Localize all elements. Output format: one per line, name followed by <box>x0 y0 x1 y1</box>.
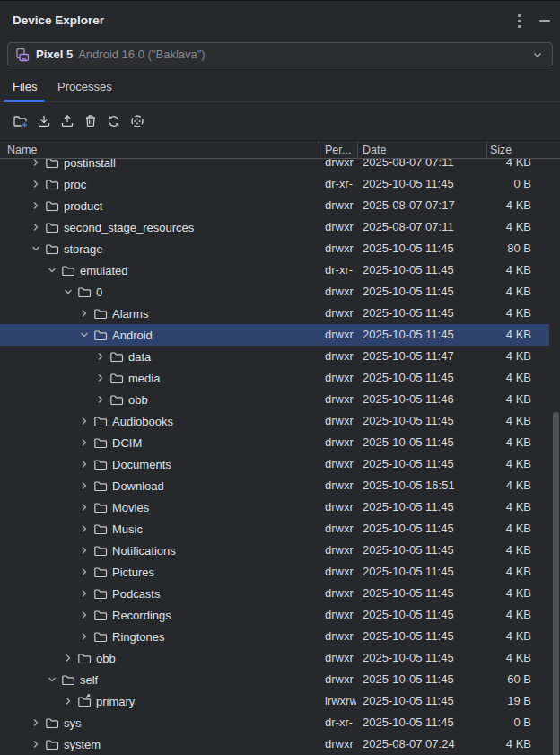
tree-row[interactable]: obbdrwxr2025-10-05 11:454 KB <box>0 647 560 669</box>
row-permissions: drwxr <box>325 583 356 604</box>
tab-processes[interactable]: Processes <box>57 80 112 93</box>
tree-row[interactable]: Documentsdrwxr2025-10-05 11:454 KB <box>0 453 560 475</box>
chevron-right-icon[interactable] <box>77 414 92 428</box>
tree-row[interactable]: primarylrwxrw2025-10-05 11:4519 B <box>0 690 560 712</box>
row-date: 2025-10-05 11:45 <box>363 281 454 303</box>
tree-row[interactable]: mediadrwxr2025-10-05 11:454 KB <box>0 367 560 389</box>
synchronize-icon[interactable] <box>102 110 126 133</box>
chevron-right-icon[interactable] <box>93 392 108 407</box>
chevron-right-icon[interactable] <box>77 586 92 601</box>
tree-row[interactable]: Alarmsdrwxr2025-10-05 11:454 KB <box>0 303 560 324</box>
tree-row[interactable]: Androiddrwxr2025-10-05 11:454 KB <box>0 324 560 346</box>
chevron-right-icon[interactable] <box>77 478 92 493</box>
chevron-right-icon[interactable] <box>77 629 92 644</box>
tree-row[interactable]: Podcastsdrwxr2025-10-05 11:454 KB <box>0 583 560 604</box>
tree-row[interactable]: second_stage_resourcesdrwxr2025-08-07 07… <box>0 216 560 238</box>
tree-row[interactable]: Downloaddrwxr2025-10-05 16:514 KB <box>0 475 560 496</box>
tree-row[interactable]: postinstalldrwxr2025-08-07 07:114 KB <box>0 159 560 173</box>
chevron-right-icon[interactable] <box>77 608 92 622</box>
tab-files[interactable]: Files <box>13 80 37 93</box>
minimize-icon[interactable] <box>537 13 553 28</box>
tree-row[interactable]: procdr-xr-2025-10-05 11:450 B <box>0 173 560 195</box>
chevron-right-icon[interactable] <box>77 306 92 320</box>
tree-row[interactable]: 0drwxr2025-10-05 11:454 KB <box>0 281 560 303</box>
tree-row[interactable]: emulateddr-xr-2025-10-05 11:454 KB <box>0 259 560 281</box>
device-selector[interactable]: Pixel 5 Android 16.0 ("Baklava") <box>7 42 553 66</box>
new-folder-icon[interactable] <box>9 110 32 133</box>
row-name-cell: emulated <box>45 259 127 281</box>
tree-row[interactable]: Audiobooksdrwxr2025-10-05 11:454 KB <box>0 410 560 432</box>
row-label: second_stage_resources <box>64 221 194 234</box>
chevron-right-icon[interactable] <box>93 371 108 385</box>
delete-icon[interactable] <box>79 110 102 133</box>
chevron-down-icon[interactable] <box>45 263 59 277</box>
row-label: Ringtones <box>112 630 165 644</box>
chevron-down-icon[interactable] <box>77 328 92 342</box>
tree-row[interactable]: Notificationsdrwxr2025-10-05 11:454 KB <box>0 540 560 561</box>
tree-row[interactable]: obbdrwxr2025-10-05 11:464 KB <box>0 389 560 410</box>
more-options-icon[interactable] <box>512 13 526 29</box>
folder-icon <box>45 220 59 234</box>
tree-row[interactable]: sysdr-xr-2025-10-05 11:450 B <box>0 712 560 733</box>
chevron-right-icon[interactable] <box>77 565 92 579</box>
tree-row[interactable]: Recordingsdrwxr2025-10-05 11:454 KB <box>0 604 560 626</box>
folder-icon <box>45 241 59 256</box>
chevron-right-icon[interactable] <box>29 220 43 234</box>
row-label: Music <box>112 522 143 536</box>
row-label: product <box>64 199 102 213</box>
tree-row[interactable]: datadrwxr2025-10-05 11:474 KB <box>0 346 560 367</box>
chevron-right-icon[interactable] <box>77 500 92 514</box>
column-size[interactable]: Size <box>490 144 512 156</box>
chevron-right-icon[interactable] <box>77 435 92 450</box>
tree-row[interactable]: selfdrwxr2025-10-05 11:4560 B <box>0 669 560 690</box>
tree-row[interactable]: DCIMdrwxr2025-10-05 11:454 KB <box>0 432 560 453</box>
chevron-right-icon[interactable] <box>61 651 75 665</box>
vertical-scrollbar[interactable] <box>553 412 559 755</box>
target-icon[interactable] <box>126 110 149 133</box>
tree-row[interactable]: Picturesdrwxr2025-10-05 11:454 KB <box>0 561 560 583</box>
tree-row[interactable]: Ringtonesdrwxr2025-10-05 11:454 KB <box>0 626 560 647</box>
row-label: Alarms <box>112 307 148 320</box>
chevron-right-icon[interactable] <box>29 737 43 751</box>
row-date: 2025-08-07 07:11 <box>363 216 454 238</box>
column-divider[interactable] <box>486 141 487 158</box>
tree-row[interactable]: systemdrwxr2025-08-07 07:244 KB <box>0 733 560 755</box>
tree-row[interactable]: Moviesdrwxr2025-10-05 11:454 KB <box>0 496 560 518</box>
row-size: 4 KB <box>467 216 531 238</box>
column-name[interactable]: Name <box>7 144 37 156</box>
column-divider[interactable] <box>319 141 319 158</box>
chevron-right-icon[interactable] <box>77 543 92 557</box>
upload-icon[interactable] <box>56 110 79 133</box>
chevron-right-icon[interactable] <box>77 457 92 471</box>
chevron-down-icon[interactable] <box>29 241 43 256</box>
chevron-down-icon[interactable] <box>61 285 75 299</box>
row-size: 0 B <box>467 712 531 733</box>
column-divider[interactable] <box>357 141 358 158</box>
tree-row[interactable]: storagedrwxr2025-10-05 11:4580 B <box>0 238 560 259</box>
column-date[interactable]: Date <box>363 144 386 156</box>
row-size: 4 KB <box>467 733 531 755</box>
tree-row[interactable]: productdrwxr2025-08-07 07:174 KB <box>0 195 560 216</box>
row-name-cell: product <box>29 195 102 216</box>
chevron-right-icon[interactable] <box>77 522 92 536</box>
row-label: Documents <box>112 458 171 471</box>
download-icon[interactable] <box>32 110 56 133</box>
row-name-cell: Podcasts <box>77 583 160 604</box>
chevron-down-icon[interactable] <box>45 672 59 687</box>
folder-icon <box>93 522 108 536</box>
chevron-right-icon[interactable] <box>29 198 43 213</box>
row-date: 2025-08-07 07:24 <box>363 733 455 755</box>
chevron-right-icon[interactable] <box>29 177 43 191</box>
tree-row[interactable]: Musicdrwxr2025-10-05 11:454 KB <box>0 518 560 540</box>
row-label: postinstall <box>64 159 116 170</box>
row-permissions: drwxr <box>325 518 356 540</box>
row-label: Recordings <box>112 609 171 622</box>
file-toolbar <box>0 103 560 139</box>
column-permissions[interactable]: Per... <box>325 144 351 156</box>
chevron-right-icon[interactable] <box>29 159 43 170</box>
chevron-right-icon[interactable] <box>61 694 75 708</box>
chevron-right-icon[interactable] <box>29 715 43 730</box>
row-size: 4 KB <box>467 604 531 626</box>
chevron-right-icon[interactable] <box>93 349 108 364</box>
row-permissions: drwxr <box>325 238 356 259</box>
